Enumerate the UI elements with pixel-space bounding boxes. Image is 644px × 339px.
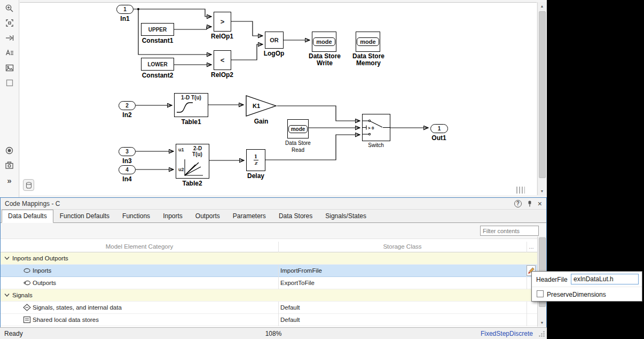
switch-threshold: > 0 bbox=[368, 126, 374, 130]
outport-icon bbox=[23, 279, 31, 287]
signal-icon bbox=[23, 304, 31, 311]
block-inport-in4[interactable]: 4 bbox=[119, 165, 136, 174]
pin-icon[interactable] bbox=[527, 200, 533, 207]
model-canvas[interactable]: 1 In1 UPPER Constant1 > RelOp1 LOWER Con… bbox=[20, 2, 537, 195]
forward-arrow-icon[interactable] bbox=[2, 31, 17, 45]
column-header-more: ... bbox=[527, 243, 536, 250]
block-gain[interactable]: K1 bbox=[246, 95, 277, 117]
block-data-store-memory[interactable]: mode bbox=[356, 32, 380, 52]
collapse-caret-icon[interactable] bbox=[4, 293, 10, 297]
close-icon[interactable]: × bbox=[538, 200, 542, 207]
record-icon[interactable] bbox=[2, 143, 17, 157]
tab-function-defaults[interactable]: Function Defaults bbox=[53, 210, 116, 223]
block-label-logop: LogOp bbox=[247, 50, 301, 57]
status-solver-link[interactable]: FixedStepDiscrete bbox=[481, 330, 533, 337]
tab-functions[interactable]: Functions bbox=[116, 210, 156, 223]
data-store-icon bbox=[23, 316, 31, 323]
shape-rect-icon[interactable] bbox=[2, 76, 17, 90]
image-icon[interactable] bbox=[2, 61, 17, 75]
block-relop1[interactable]: > bbox=[214, 12, 231, 32]
block-label-data-store-read: Data Store Read bbox=[279, 140, 317, 153]
storage-class-value[interactable]: Default bbox=[280, 304, 300, 311]
table2-dim: 2-D bbox=[193, 145, 202, 151]
block-inport-in1[interactable]: 1 bbox=[116, 5, 133, 14]
block-label-constant1: Constant1 bbox=[131, 37, 184, 44]
annotation-icon[interactable] bbox=[2, 46, 17, 60]
scrollbar-thumb[interactable] bbox=[539, 11, 546, 178]
block-label-data-store-memory: Data Store Memory bbox=[349, 53, 388, 67]
block-label-relop2: RelOp2 bbox=[195, 71, 249, 79]
storage-class-value[interactable]: ExportToFile bbox=[280, 280, 315, 286]
collapse-caret-icon[interactable] bbox=[4, 256, 10, 260]
header-file-input[interactable] bbox=[571, 274, 639, 284]
tab-data-defaults[interactable]: Data Defaults bbox=[2, 210, 53, 223]
block-data-store-read[interactable]: mode bbox=[287, 119, 309, 138]
block-inport-in2[interactable]: 2 bbox=[119, 101, 136, 110]
row-label: Signals, states, and internal data bbox=[33, 304, 122, 311]
data-cylinder-icon bbox=[26, 182, 32, 189]
table-header: Model Element Category Storage Class ... bbox=[1, 242, 546, 252]
block-relop2[interactable]: < bbox=[214, 50, 231, 70]
tab-signals-states[interactable]: Signals/States bbox=[319, 210, 373, 223]
scroll-down-button[interactable]: ▼ bbox=[538, 187, 546, 195]
snapshot-icon[interactable] bbox=[2, 158, 17, 172]
group-label: Inports and Outports bbox=[12, 255, 68, 261]
block-inport-in3[interactable]: 3 bbox=[119, 147, 136, 156]
scroll-down-button[interactable]: ▼ bbox=[538, 319, 546, 327]
table-row-outports[interactable]: Outports ExportToFile bbox=[1, 277, 546, 289]
block-constant2[interactable]: LOWER bbox=[141, 58, 174, 71]
group-label: Signals bbox=[12, 292, 33, 298]
lookup-curve-icon bbox=[175, 101, 208, 114]
row-label: Shared local data stores bbox=[33, 317, 99, 323]
block-table2[interactable]: u1 u2 2-D T(u) bbox=[176, 144, 209, 179]
lookup2d-curve-icon bbox=[183, 158, 204, 178]
tab-inports[interactable]: Inports bbox=[156, 210, 189, 223]
block-data-store-write[interactable]: mode bbox=[312, 32, 336, 52]
table-row-signals-states[interactable]: Signals, states, and internal data Defau… bbox=[1, 302, 546, 314]
row-label: Outports bbox=[33, 280, 56, 286]
group-row-inports-and-outports[interactable]: Inports and Outports bbox=[1, 252, 546, 265]
filter-input[interactable] bbox=[480, 226, 539, 236]
expand-toolbar-icon[interactable]: » bbox=[2, 173, 17, 187]
block-label-constant2: Constant2 bbox=[131, 72, 184, 79]
block-label-out1: Out1 bbox=[412, 134, 466, 142]
code-mappings-toolbar bbox=[1, 223, 546, 239]
block-label-in3: In3 bbox=[100, 157, 154, 165]
group-row-signals[interactable]: Signals bbox=[1, 289, 546, 302]
block-label-in4: In4 bbox=[100, 175, 154, 183]
block-label-table1: Table1 bbox=[164, 118, 218, 126]
screen: { "glyphs": { "help": "?", "close": "×",… bbox=[0, 0, 644, 339]
zoom-icon[interactable] bbox=[2, 1, 17, 15]
pane-resize-grip[interactable] bbox=[516, 187, 525, 194]
block-table1[interactable]: 1-D T(u) bbox=[174, 93, 208, 117]
tab-outports[interactable]: Outports bbox=[189, 210, 226, 223]
help-icon[interactable]: ? bbox=[514, 200, 522, 207]
block-switch[interactable]: > 0 bbox=[362, 114, 390, 141]
inport-icon bbox=[23, 267, 31, 274]
model-data-badge-button[interactable] bbox=[23, 179, 34, 191]
preserve-dimensions-checkbox[interactable] bbox=[537, 290, 544, 297]
storage-class-value[interactable]: Default bbox=[280, 317, 300, 323]
block-constant1[interactable]: UPPER bbox=[141, 23, 174, 36]
window-resize-grip[interactable] bbox=[538, 330, 545, 337]
tab-parameters[interactable]: Parameters bbox=[226, 210, 272, 223]
storage-class-value[interactable]: ImportFromFile bbox=[280, 267, 322, 274]
block-outport-out1[interactable]: 1 bbox=[430, 124, 448, 133]
block-delay[interactable]: 1 z bbox=[246, 149, 265, 171]
tab-data-stores[interactable]: Data Stores bbox=[272, 210, 319, 223]
port-number: 2 bbox=[125, 103, 129, 109]
block-label-in1: In1 bbox=[98, 15, 152, 22]
panel-title: Code Mappings - C bbox=[5, 200, 60, 207]
port-number: 1 bbox=[438, 126, 441, 132]
block-logop[interactable]: OR bbox=[265, 32, 284, 49]
fit-to-view-icon[interactable] bbox=[2, 16, 17, 30]
storage-class-property-popup: HeaderFile PreserveDimensions bbox=[531, 271, 642, 302]
scroll-up-button[interactable]: ▲ bbox=[538, 2, 546, 10]
block-label-data-store-write: Data Store Write bbox=[305, 53, 344, 67]
code-mappings-titlebar[interactable]: Code Mappings - C ? × bbox=[1, 198, 546, 210]
table-row-shared-local-data-stores[interactable]: Shared local data stores Default bbox=[1, 314, 546, 326]
canvas-vertical-scrollbar[interactable]: ▲ ▼ bbox=[537, 2, 546, 195]
block-label-switch: Switch bbox=[349, 142, 403, 148]
code-mappings-panel: Code Mappings - C ? × Data Defaults Func… bbox=[0, 197, 547, 327]
table-row-inports[interactable]: Inports ImportFromFile bbox=[1, 265, 546, 277]
